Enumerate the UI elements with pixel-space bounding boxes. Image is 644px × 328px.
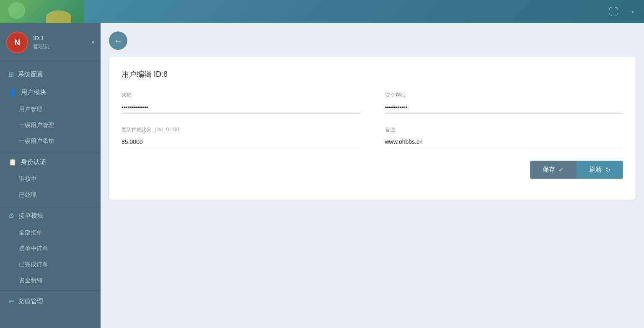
nav-divider (0, 290, 101, 291)
people-icon: 👤 (8, 89, 17, 96)
sidebar-item-identity-auth[interactable]: 📋 身份认证 (0, 153, 101, 171)
password-group: 密码 (122, 92, 360, 114)
security-code-label: 安全密码 (385, 92, 623, 99)
sidebar-item-processed[interactable]: 已处理 (0, 187, 101, 203)
edit-card: 用户编辑 ID:8 密码 安全密码 团队抽成比例（%）0-100 备注 (109, 57, 636, 200)
security-code-input[interactable] (385, 102, 623, 114)
note-input[interactable] (385, 136, 623, 148)
team-ratio-group: 团队抽成比例（%）0-100 (122, 126, 360, 148)
password-input[interactable] (122, 102, 360, 114)
sidebar-sub-label: 审核中 (19, 175, 36, 183)
security-code-group: 安全密码 (385, 92, 623, 114)
main-layout: N ID:1 管理员！ ▾ ⊞ 系统配置 👤 用户模块 用户管理 一级用户管理 (0, 23, 644, 328)
sidebar-item-primary-user-manage[interactable]: 一级用户管理 (0, 117, 101, 133)
nav-divider (0, 205, 101, 205)
nav-divider (0, 151, 101, 151)
exit-icon[interactable]: → (626, 6, 636, 17)
sidebar-item-primary-user-add[interactable]: 一级用户添加 (0, 133, 101, 149)
expand-icon[interactable]: ⛶ (609, 6, 618, 17)
sidebar-item-user-module[interactable]: 👤 用户模块 (0, 83, 101, 102)
user-id: ID:1 (33, 35, 55, 42)
sidebar-item-label: 充值管理 (18, 297, 43, 305)
sidebar-sub-label: 已处理 (19, 191, 36, 199)
id-card-icon: 📋 (8, 158, 17, 166)
sidebar-item-order-module[interactable]: ⚙ 接单模块 (0, 207, 101, 225)
password-label: 密码 (122, 92, 360, 99)
sidebar-item-label: 身份认证 (21, 158, 46, 166)
back-button[interactable]: ← (109, 31, 127, 50)
user-name: 管理员！ (33, 43, 55, 50)
sidebar-item-label: 用户模块 (21, 89, 46, 96)
note-label: 备注 (385, 126, 623, 133)
recharge-icon: ↩ (8, 297, 14, 305)
sidebar-item-completed-orders[interactable]: 已完成订单 (0, 257, 101, 273)
sidebar-sub-label: 一级用户添加 (19, 138, 54, 145)
sidebar-sub-label: 一级用户管理 (19, 122, 54, 129)
form-row-2: 团队抽成比例（%）0-100 备注 (122, 126, 623, 148)
back-icon: ← (114, 36, 122, 46)
sidebar: N ID:1 管理员！ ▾ ⊞ 系统配置 👤 用户模块 用户管理 一级用户管理 (0, 23, 101, 328)
sidebar-item-all-orders[interactable]: 全部接单 (0, 225, 101, 241)
team-ratio-input[interactable] (122, 136, 360, 148)
sidebar-item-fund-detail[interactable]: 资金明细 (0, 273, 101, 289)
sidebar-sub-label: 全部接单 (19, 229, 42, 237)
top-bar: ⛶ → (0, 0, 644, 23)
sidebar-item-label: 系统配置 (18, 70, 43, 78)
team-ratio-label: 团队抽成比例（%）0-100 (122, 126, 360, 133)
sidebar-item-pending-orders[interactable]: 接单中订单 (0, 241, 101, 257)
save-check-icon: ✓ (559, 166, 564, 174)
sidebar-item-system-config[interactable]: ⊞ 系统配置 (0, 65, 101, 83)
refresh-label: 刷新 (589, 166, 602, 174)
user-info: ID:1 管理员！ (33, 35, 55, 50)
user-section[interactable]: N ID:1 管理员！ ▾ (0, 23, 101, 62)
save-button[interactable]: 保存 ✓ (530, 161, 577, 179)
sidebar-item-user-manage[interactable]: 用户管理 (0, 102, 101, 117)
sidebar-sub-label: 资金明细 (19, 277, 42, 284)
nav-section: ⊞ 系统配置 👤 用户模块 用户管理 一级用户管理 一级用户添加 📋 身份认证 (0, 62, 101, 314)
user-dropdown-arrow[interactable]: ▾ (92, 39, 94, 45)
sidebar-sub-label: 接单中订单 (19, 245, 48, 253)
form-row-1: 密码 安全密码 (122, 92, 623, 114)
content-area: ← 用户编辑 ID:8 密码 安全密码 团队抽成比例（%）0-100 (101, 23, 644, 328)
note-group: 备注 (385, 126, 623, 148)
sidebar-item-label: 接单模块 (18, 212, 44, 220)
sidebar-sub-label: 已完成订单 (19, 261, 48, 268)
form-actions: 保存 ✓ 刷新 ↻ (122, 161, 623, 179)
refresh-rotate-icon: ↻ (605, 166, 610, 174)
gear-icon: ⚙ (8, 212, 14, 220)
user-logo: N (6, 31, 28, 53)
sidebar-sub-label: 用户管理 (19, 106, 42, 113)
top-bar-decoration (0, 0, 84, 23)
sidebar-item-pending-review[interactable]: 审核中 (0, 171, 101, 187)
refresh-button[interactable]: 刷新 ↻ (577, 161, 623, 179)
grid-icon: ⊞ (8, 70, 14, 78)
sidebar-item-recharge-manage[interactable]: ↩ 充值管理 (0, 292, 101, 310)
card-title: 用户编辑 ID:8 (122, 69, 623, 79)
save-label: 保存 (543, 166, 555, 174)
